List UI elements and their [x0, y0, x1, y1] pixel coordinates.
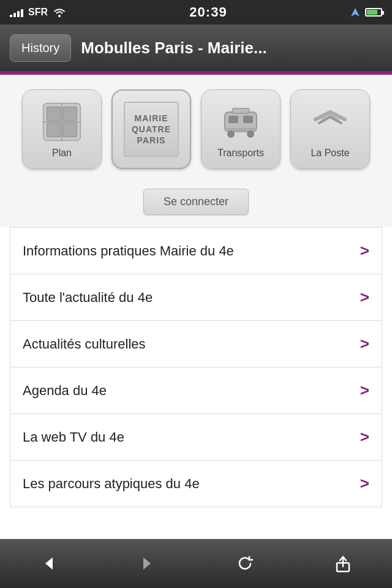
plan-label: Plan	[52, 148, 72, 159]
svg-rect-10	[243, 116, 253, 123]
location-icon	[350, 7, 360, 17]
menu-item-5[interactable]: Les parcours atypiques du 4e >	[10, 461, 382, 507]
menu-arrow-4: >	[360, 428, 369, 447]
laposte-icon	[308, 100, 352, 144]
menu-item-text-2: Actualités culturelles	[23, 336, 146, 352]
status-left: SFR	[10, 7, 66, 18]
status-right	[350, 7, 382, 17]
wifi-icon	[53, 7, 66, 17]
bottom-toolbar	[0, 539, 392, 588]
mairie-line2: QUATRE	[132, 124, 171, 135]
mairie-inner: MAIRIE QUATRE PARIS	[124, 102, 179, 157]
svg-point-12	[228, 131, 234, 137]
menu-item-4[interactable]: La web TV du 4e >	[10, 414, 382, 461]
svg-rect-14	[232, 108, 249, 113]
menu-item-text-4: La web TV du 4e	[23, 429, 124, 445]
svg-point-13	[247, 131, 254, 137]
mairie-line3: PARIS	[132, 135, 171, 146]
menu-item-text-0: Informations pratiques Mairie du 4e	[23, 243, 234, 259]
history-button[interactable]: History	[10, 34, 71, 62]
menu-arrow-1: >	[360, 288, 369, 307]
icons-row: Plan MAIRIE QUATRE PARIS Transports	[0, 75, 392, 179]
laposte-label: La Poste	[311, 148, 349, 159]
menu-list: Informations pratiques Mairie du 4e > To…	[10, 227, 382, 507]
menu-arrow-2: >	[360, 334, 369, 353]
svg-marker-16	[143, 557, 151, 570]
back-button[interactable]	[31, 545, 67, 582]
svg-rect-5	[63, 123, 77, 137]
mairie-tile[interactable]: MAIRIE QUATRE PARIS	[111, 89, 191, 169]
menu-item-text-5: Les parcours atypiques du 4e	[23, 476, 200, 492]
transports-icon	[219, 100, 263, 144]
mairie-line1: MAIRIE	[132, 113, 171, 124]
menu-arrow-3: >	[360, 381, 369, 400]
svg-rect-2	[47, 107, 61, 121]
mairie-text: MAIRIE QUATRE PARIS	[132, 113, 171, 146]
laposte-tile[interactable]: La Poste	[290, 89, 370, 169]
menu-arrow-0: >	[360, 241, 369, 260]
connect-row: Se connecter	[0, 179, 392, 227]
transports-label: Transports	[217, 148, 264, 159]
page-title: Mobulles Paris - Mairie...	[81, 39, 382, 58]
svg-rect-9	[228, 116, 238, 123]
battery-icon	[365, 8, 382, 17]
menu-item-1[interactable]: Toute l'actualité du 4e >	[10, 274, 382, 321]
menu-arrow-5: >	[360, 474, 369, 493]
connect-button[interactable]: Se connecter	[143, 189, 249, 215]
share-button[interactable]	[325, 545, 361, 582]
svg-rect-4	[47, 123, 61, 137]
svg-marker-0	[351, 8, 360, 17]
menu-item-3[interactable]: Agenda du 4e >	[10, 368, 382, 414]
menu-item-2[interactable]: Actualités culturelles >	[10, 321, 382, 368]
signal-bars-icon	[10, 7, 23, 17]
plan-tile[interactable]: Plan	[22, 89, 102, 169]
svg-rect-3	[63, 107, 77, 121]
forward-button[interactable]	[129, 545, 165, 582]
menu-item-0[interactable]: Informations pratiques Mairie du 4e >	[10, 228, 382, 274]
reload-button[interactable]	[227, 545, 263, 582]
svg-marker-15	[45, 557, 53, 570]
plan-icon	[40, 100, 84, 144]
time-display: 20:39	[189, 4, 227, 20]
transports-tile[interactable]: Transports	[201, 89, 281, 169]
status-bar: SFR 20:39	[0, 0, 392, 24]
menu-item-text-3: Agenda du 4e	[23, 383, 107, 399]
menu-item-text-1: Toute l'actualité du 4e	[23, 290, 153, 306]
carrier-label: SFR	[28, 7, 48, 18]
nav-bar: History Mobulles Paris - Mairie...	[0, 24, 392, 71]
